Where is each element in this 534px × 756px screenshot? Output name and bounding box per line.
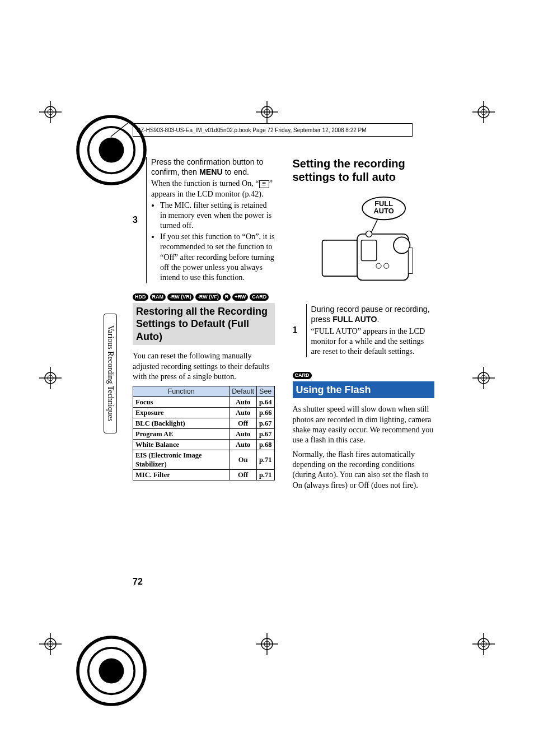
badge-plusrw: +RW xyxy=(232,293,248,301)
step-3-instruction: Press the confirmation button to confirm… xyxy=(151,157,275,177)
corner-dot-icon xyxy=(27,108,46,127)
svg-point-18 xyxy=(384,263,389,268)
corner-dot-icon xyxy=(488,629,507,648)
cell-default: Auto xyxy=(229,439,257,450)
chapter-side-tab: Various Recording Techniques xyxy=(104,314,117,433)
regmark-icon xyxy=(256,101,278,123)
header-diagonal-mark-icon xyxy=(110,122,129,138)
svg-line-7 xyxy=(111,123,128,137)
step-1-instruction: During record pause or recording, press … xyxy=(311,304,435,324)
svg-text:AUTO: AUTO xyxy=(374,207,394,215)
step-1-fullauto: 1 During record pause or recording, pres… xyxy=(293,304,435,357)
regmark-icon xyxy=(472,367,495,389)
table-row: ExposureAutop.66 xyxy=(133,407,275,418)
step-3: 3 Press the confirmation button to confi… xyxy=(133,157,275,283)
step-number: 3 xyxy=(133,157,147,283)
th-function: Function xyxy=(133,386,229,396)
th-default: Default xyxy=(229,386,257,396)
badge-hdd: HDD xyxy=(133,293,148,301)
restoring-intro: You can reset the following manually adj… xyxy=(133,351,275,381)
cell-default: Off xyxy=(229,418,257,428)
cell-default: Auto xyxy=(229,407,257,418)
page-number: 72 xyxy=(133,577,143,587)
svg-point-17 xyxy=(376,263,381,268)
cell-default: Off xyxy=(229,469,257,480)
svg-point-14 xyxy=(394,237,410,253)
table-row: FocusAutop.64 xyxy=(133,396,275,407)
badge-card-2: CARD xyxy=(293,372,312,379)
table-row: BLC (Backlight)Offp.67 xyxy=(133,418,275,428)
flash-para-2: Normally, the flash fires automatically … xyxy=(293,449,435,490)
svg-rect-19 xyxy=(409,248,413,274)
step-3-note-1: The MIC. filter setting is retained in m… xyxy=(160,200,275,231)
flash-para-1: As shutter speed will slow down when sti… xyxy=(293,404,435,445)
cell-function: EIS (Electronic Image Stabilizer) xyxy=(133,450,229,469)
corner-dot-icon xyxy=(27,629,46,648)
cell-see: p.66 xyxy=(256,407,274,418)
table-row: MIC. FilterOffp.71 xyxy=(133,469,275,480)
svg-rect-12 xyxy=(322,240,358,276)
camcorder-illustration: FULL AUTO xyxy=(293,194,435,294)
cell-see: p.68 xyxy=(256,439,274,450)
cell-see: p.67 xyxy=(256,428,274,439)
section-title-flash: Using the Flash xyxy=(293,381,435,399)
step-1-detail: “FULL AUTO” appears in the LCD monitor f… xyxy=(311,326,435,357)
badge-card: CARD xyxy=(250,293,269,301)
svg-rect-15 xyxy=(362,240,377,261)
svg-line-11 xyxy=(371,219,378,233)
page-source-text: DZ-HS903-803-US-Ea_IM_v01d05n02.p.book P… xyxy=(137,127,367,133)
media-badge-row: HDD RAM -RW (VR) -RW (VF) R +RW CARD xyxy=(133,293,275,301)
section-title-fullauto: Setting the recording settings to full a… xyxy=(293,157,435,184)
table-row: White BalanceAutop.68 xyxy=(133,439,275,450)
cell-function: White Balance xyxy=(133,439,229,450)
step-3-detail: When the function is turned On, “☰” appe… xyxy=(151,178,275,198)
regmark-icon xyxy=(39,367,62,389)
step-3-note-2: If you set this function to “On”, it is … xyxy=(160,231,275,282)
default-settings-table: Function Default See FocusAutop.64Exposu… xyxy=(133,386,275,480)
cell-default: Auto xyxy=(229,396,257,407)
th-see: See xyxy=(256,386,274,396)
corner-dot-icon xyxy=(488,108,507,127)
cell-see: p.71 xyxy=(256,450,274,469)
step-number: 1 xyxy=(293,304,307,357)
chapter-side-tab-label: Various Recording Techniques xyxy=(106,325,115,421)
cell-default: Auto xyxy=(229,428,257,439)
section-title-restoring: Restoring all the Recording Settings to … xyxy=(133,303,275,346)
cell-see: p.67 xyxy=(256,418,274,428)
cell-default: On xyxy=(229,450,257,469)
right-column: Setting the recording settings to full a… xyxy=(293,157,435,599)
media-badge-row-2: CARD xyxy=(293,372,435,379)
left-column: 3 Press the confirmation button to confi… xyxy=(133,157,275,599)
page-source-header: DZ-HS903-803-US-Ea_IM_v01d05n02.p.book P… xyxy=(133,123,413,137)
badge-r: R xyxy=(223,293,231,301)
badge-rwvf: -RW (VF) xyxy=(195,293,221,301)
cell-function: Focus xyxy=(133,396,229,407)
badge-rwvr: -RW (VR) xyxy=(167,293,194,301)
mic-filter-display-icon: ☰ xyxy=(259,180,269,188)
table-row: EIS (Electronic Image Stabilizer)Onp.71 xyxy=(133,450,275,469)
badge-ram: RAM xyxy=(150,293,166,301)
table-row: Program AEAutop.67 xyxy=(133,428,275,439)
cell-function: Program AE xyxy=(133,428,229,439)
cell-function: Exposure xyxy=(133,407,229,418)
cell-see: p.64 xyxy=(256,396,274,407)
svg-point-16 xyxy=(366,231,372,237)
cell-see: p.71 xyxy=(256,469,274,480)
regmark-icon xyxy=(256,633,278,655)
cell-function: MIC. Filter xyxy=(133,469,229,480)
cell-function: BLC (Backlight) xyxy=(133,418,229,428)
